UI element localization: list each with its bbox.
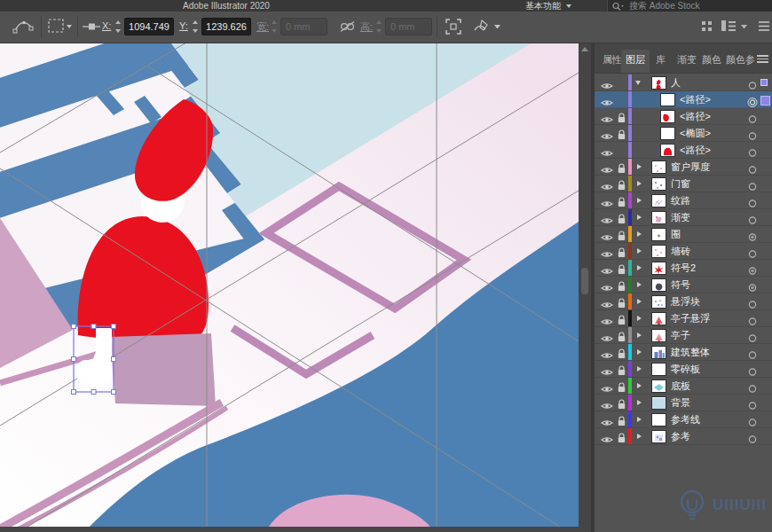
layer-thumbnail[interactable] [651, 295, 666, 309]
target-indicator[interactable] [747, 196, 758, 206]
layer-thumbnail[interactable] [660, 93, 675, 106]
visibility-toggle[interactable] [601, 196, 613, 205]
layer-name[interactable]: 人 [671, 74, 681, 90]
layer-name[interactable]: 门窗 [671, 176, 690, 192]
expand-arrow[interactable] [635, 365, 644, 372]
visibility-toggle[interactable] [601, 263, 613, 272]
lock-toggle[interactable] [617, 111, 626, 121]
layer-thumbnail[interactable] [651, 245, 666, 258]
visibility-toggle[interactable] [601, 415, 613, 424]
visibility-toggle[interactable] [601, 246, 613, 255]
expand-arrow[interactable] [635, 197, 644, 204]
layer-name[interactable]: 渐变 [671, 209, 690, 225]
vertical-scrollbar[interactable] [579, 43, 591, 532]
layer-row[interactable]: <路径> [595, 108, 772, 125]
expand-arrow[interactable] [635, 163, 644, 170]
layer-row[interactable]: <椭圆> [595, 125, 772, 142]
visibility-toggle[interactable] [601, 314, 613, 323]
expand-arrow[interactable] [635, 264, 644, 271]
target-indicator[interactable] [747, 381, 758, 391]
layer-thumbnail[interactable] [651, 194, 666, 207]
layer-name[interactable]: 纹路 [671, 192, 690, 208]
layer-thumbnail[interactable] [651, 363, 666, 376]
layer-row[interactable]: 参考线 [595, 411, 772, 428]
layer-name[interactable]: 墙砖 [671, 243, 690, 259]
visibility-toggle[interactable] [601, 112, 613, 121]
expand-arrow[interactable] [635, 399, 644, 406]
layer-row[interactable]: <路径> [595, 91, 772, 108]
layer-row[interactable]: 窗户厚度 [595, 159, 772, 176]
expand-arrow[interactable] [635, 231, 644, 238]
layer-name[interactable]: <路径> [680, 108, 711, 124]
expand-arrow[interactable] [635, 281, 644, 288]
layer-row[interactable]: 符号 [595, 277, 772, 293]
artboard-canvas[interactable] [0, 43, 579, 532]
lock-toggle[interactable] [617, 330, 626, 340]
tab-libraries[interactable]: 库 [651, 50, 670, 73]
lock-toggle[interactable] [617, 246, 626, 256]
visibility-toggle[interactable] [601, 381, 613, 390]
reference-point-icon[interactable] [82, 17, 101, 36]
layer-row[interactable]: 零碎板 [595, 361, 772, 378]
layer-thumbnail[interactable] [651, 177, 666, 191]
tab-color-guide[interactable]: 颜色参 [721, 50, 760, 73]
arrange-documents-icon[interactable] [721, 19, 751, 35]
target-indicator[interactable] [747, 263, 758, 273]
layer-name[interactable]: <路径> [680, 142, 711, 158]
visibility-toggle[interactable] [601, 297, 613, 306]
y-label[interactable]: Y: [179, 20, 188, 31]
layer-row[interactable]: 参考 [595, 428, 772, 445]
lock-toggle[interactable] [617, 380, 626, 391]
target-indicator[interactable] [747, 230, 758, 239]
layer-name[interactable]: 亭子悬浮 [671, 310, 710, 326]
layer-row[interactable]: 亭子悬浮 [595, 310, 772, 327]
layer-thumbnail[interactable] [651, 312, 666, 325]
lock-toggle[interactable] [617, 229, 626, 239]
target-indicator[interactable] [747, 331, 758, 340]
curvature-tool-icon[interactable] [12, 17, 35, 36]
transform-icon[interactable] [444, 17, 463, 36]
width-label[interactable]: 宽: [256, 20, 269, 34]
target-indicator[interactable] [747, 280, 758, 290]
target-indicator[interactable] [747, 162, 758, 172]
expand-arrow[interactable] [635, 348, 644, 356]
x-stepper[interactable] [114, 20, 122, 34]
layer-name[interactable]: 背景 [671, 395, 690, 411]
target-indicator[interactable] [747, 179, 758, 189]
layer-thumbnail[interactable] [651, 346, 666, 359]
visibility-toggle[interactable] [601, 432, 613, 441]
lock-toggle[interactable] [617, 161, 626, 172]
visibility-toggle[interactable] [601, 78, 613, 87]
visibility-toggle[interactable] [601, 95, 613, 104]
lock-toggle[interactable] [617, 364, 626, 374]
visibility-toggle[interactable] [601, 331, 613, 340]
target-indicator[interactable] [747, 432, 758, 442]
target-indicator[interactable] [747, 398, 758, 408]
search-input[interactable]: 搜索 Adobe Stock [607, 0, 772, 12]
visibility-toggle[interactable] [601, 145, 613, 154]
target-indicator[interactable] [747, 129, 758, 138]
visibility-toggle[interactable] [601, 179, 613, 188]
layer-thumbnail[interactable] [651, 228, 666, 241]
visibility-toggle[interactable] [601, 348, 613, 356]
layer-name[interactable]: 零碎板 [671, 361, 700, 377]
layer-row[interactable]: 渐变 [595, 209, 772, 226]
layer-row[interactable]: 纹路 [595, 192, 772, 209]
target-indicator[interactable] [747, 314, 758, 324]
lock-toggle[interactable] [617, 128, 626, 138]
layer-name[interactable]: 悬浮块 [671, 293, 700, 309]
layer-name[interactable]: 符号 [671, 277, 690, 293]
target-indicator[interactable] [747, 95, 758, 105]
lock-toggle[interactable] [617, 212, 626, 223]
layer-thumbnail[interactable] [651, 211, 666, 224]
layer-name[interactable]: 底板 [671, 378, 690, 394]
target-indicator[interactable] [747, 364, 758, 374]
menu-icon[interactable] [758, 20, 770, 32]
y-value-field[interactable]: 1239.626 [201, 18, 251, 35]
expand-arrow[interactable] [635, 433, 644, 440]
shaper-tool-icon[interactable] [471, 17, 503, 36]
bounding-box-options-icon[interactable] [47, 17, 74, 36]
layer-thumbnail[interactable] [651, 278, 666, 292]
layer-row[interactable]: 亭子 [595, 327, 772, 344]
scrollbar-thumb[interactable] [581, 268, 588, 294]
